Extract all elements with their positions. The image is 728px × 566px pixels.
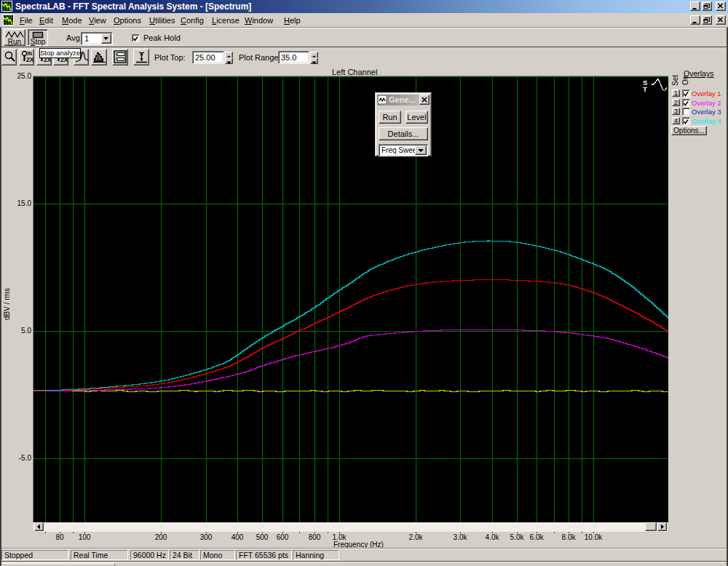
svg-text:IN: IN — [28, 51, 33, 56]
svg-text:2X: 2X — [26, 56, 34, 63]
svg-text:T: T — [643, 85, 647, 93]
